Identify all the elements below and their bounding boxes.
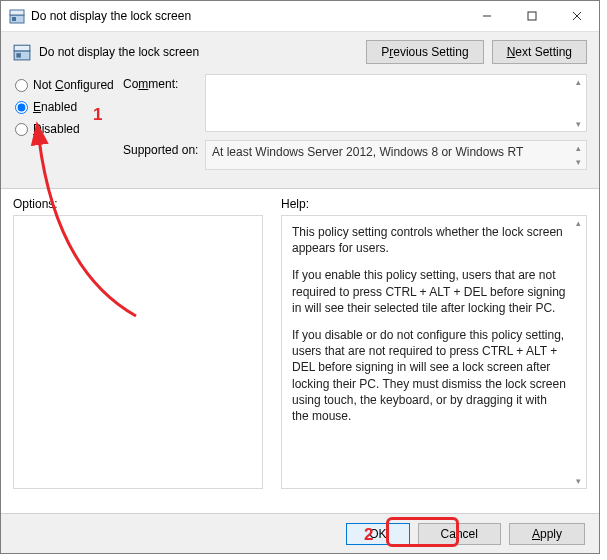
policy-icon (9, 8, 25, 24)
radio-enabled-label: Enabled (33, 100, 77, 114)
middle-panel: Options: Help: This policy setting contr… (1, 189, 599, 489)
next-setting-button[interactable]: Next Setting (492, 40, 587, 64)
state-radio-group: Not Configured Enabled Disabled (13, 74, 123, 144)
chevron-up-icon[interactable]: ▴ (573, 218, 583, 228)
options-label: Options: (13, 197, 263, 211)
ok-button[interactable]: OK (346, 523, 409, 545)
help-paragraph: If you enable this policy setting, users… (292, 267, 566, 316)
help-panel: This policy setting controls whether the… (281, 215, 587, 489)
radio-not-configured[interactable] (15, 79, 28, 92)
help-text: This policy setting controls whether the… (282, 216, 586, 443)
chevron-up-icon[interactable]: ▴ (573, 143, 583, 153)
button-bar: OK Cancel Apply (1, 513, 599, 553)
help-paragraph: If you disable or do not configure this … (292, 327, 566, 424)
chevron-down-icon[interactable]: ▾ (573, 476, 583, 486)
cancel-button[interactable]: Cancel (418, 523, 501, 545)
comment-textbox[interactable]: ▴ ▾ (205, 74, 587, 132)
chevron-down-icon[interactable]: ▾ (573, 157, 583, 167)
previous-setting-button[interactable]: Previous Setting (366, 40, 483, 64)
svg-rect-1 (10, 10, 24, 15)
window-controls (464, 1, 599, 31)
radio-disabled-label: Disabled (33, 122, 80, 136)
options-panel (13, 215, 263, 489)
chevron-down-icon[interactable]: ▾ (573, 119, 583, 129)
apply-button[interactable]: Apply (509, 523, 585, 545)
titlebar[interactable]: Do not display the lock screen (1, 1, 599, 31)
dialog-window: Do not display the lock screen Do n (0, 0, 600, 554)
minimize-button[interactable] (464, 1, 509, 31)
svg-rect-2 (12, 17, 16, 21)
policy-title: Do not display the lock screen (39, 45, 366, 59)
supported-label: Supported on: (123, 140, 205, 170)
radio-disabled[interactable] (15, 123, 28, 136)
upper-panel: Do not display the lock screen Previous … (1, 31, 599, 189)
help-paragraph: This policy setting controls whether the… (292, 224, 566, 256)
comment-label: Comment: (123, 74, 205, 132)
svg-rect-8 (14, 45, 30, 51)
window-title: Do not display the lock screen (31, 9, 464, 23)
radio-not-configured-label: Not Configured (33, 78, 114, 92)
svg-rect-9 (16, 53, 21, 58)
maximize-button[interactable] (509, 1, 554, 31)
radio-enabled[interactable] (15, 101, 28, 114)
chevron-up-icon[interactable]: ▴ (573, 77, 583, 87)
supported-on-textbox: At least Windows Server 2012, Windows 8 … (205, 140, 587, 170)
supported-on-text: At least Windows Server 2012, Windows 8 … (212, 145, 523, 159)
help-label: Help: (281, 197, 587, 211)
svg-rect-4 (528, 12, 536, 20)
policy-icon (13, 43, 31, 61)
close-button[interactable] (554, 1, 599, 31)
